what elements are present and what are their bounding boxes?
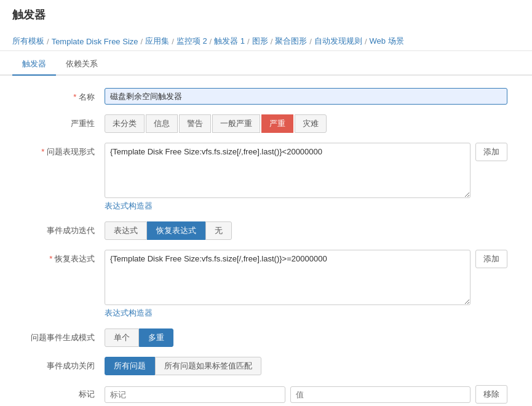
breadcrumb-graph[interactable]: 图形 [252,36,268,47]
breadcrumb-discovery[interactable]: 自动发现规则 [314,36,362,47]
breadcrumb: 所有模板 / Template Disk Free Size / 应用集 / 监… [0,32,532,51]
tag-row: 标记 移除 [25,385,507,404]
breadcrumb-trigger[interactable]: 触发器 1 [214,36,245,47]
event-success-group: 表达式 恢复表达式 无 [105,221,507,240]
add-recovery-btn[interactable]: 添加 [475,250,507,268]
tag-name-input[interactable] [105,386,285,403]
recovery-expr-wrapper: 添加 表达式构造器 [105,250,507,319]
severity-row: 严重性 未分类 信息 警告 一般严重 严重 灾难 [25,114,507,133]
event-close-group: 所有问题 所有问题如果标签值匹配 [105,357,507,375]
breadcrumb-aggregate[interactable]: 聚合图形 [275,36,307,47]
event-none-btn[interactable]: 无 [205,221,232,240]
remove-tag-btn[interactable]: 移除 [475,385,507,404]
name-row: 名称 [25,88,507,105]
severity-group: 未分类 信息 警告 一般严重 严重 灾难 [105,114,507,133]
name-field-wrapper [105,88,507,105]
tab-dependency[interactable]: 依赖关系 [56,54,108,76]
breadcrumb-all-templates[interactable]: 所有模板 [12,36,44,47]
form-container: 名称 严重性 未分类 信息 警告 一般严重 严重 灾难 问题表现形式 添加 表达… [0,76,532,406]
tag-wrapper: 移除 [105,385,507,404]
tag-label: 标记 [25,385,105,400]
page-title: 触发器 [12,7,520,22]
event-close-label: 事件成功关闭 [25,357,105,372]
recovery-expr-textarea[interactable] [105,250,470,305]
expr-builder-link[interactable]: 表达式构造器 [105,201,153,212]
problem-mode-group: 单个 多重 [105,328,507,347]
name-input[interactable] [105,88,507,105]
breadcrumb-web[interactable]: Web 场景 [370,36,404,47]
problem-mode-row: 问题事件生成模式 单个 多重 [25,328,507,347]
event-expr-btn[interactable]: 表达式 [105,221,147,240]
breadcrumb-monitor[interactable]: 监控项 2 [177,36,207,47]
problem-expr-label: 问题表现形式 [25,143,105,157]
mode-single-btn[interactable]: 单个 [105,328,139,347]
close-all-btn[interactable]: 所有问题 [105,357,155,375]
severity-disaster[interactable]: 灾难 [295,114,327,133]
problem-mode-label: 问题事件生成模式 [25,328,105,343]
tag-value-input[interactable] [290,386,471,403]
problem-expr-row: 问题表现形式 添加 表达式构造器 [25,143,507,212]
add-problem-btn[interactable]: 添加 [475,143,507,161]
event-success-label: 事件成功迭代 [25,221,105,236]
severity-average[interactable]: 一般严重 [212,114,260,133]
tab-navigation: 触发器 依赖关系 [0,54,532,76]
problem-expr-textarea[interactable] [105,143,470,198]
name-label: 名称 [25,88,105,103]
problem-expr-wrapper: 添加 表达式构造器 [105,143,507,212]
tab-trigger[interactable]: 触发器 [12,54,56,76]
event-close-row: 事件成功关闭 所有问题 所有问题如果标签值匹配 [25,357,507,375]
severity-label: 严重性 [25,114,105,129]
event-success-row: 事件成功迭代 表达式 恢复表达式 无 [25,221,507,240]
severity-high[interactable]: 严重 [261,114,293,133]
close-tag-match-btn[interactable]: 所有问题如果标签值匹配 [155,357,261,375]
expr-builder2-link[interactable]: 表达式构造器 [105,308,153,319]
severity-info[interactable]: 信息 [146,114,178,133]
recovery-expr-label: 恢复表达式 [25,250,105,265]
severity-warning[interactable]: 警告 [179,114,211,133]
severity-unclassified[interactable]: 未分类 [105,114,145,133]
breadcrumb-template[interactable]: Template Disk Free Size [52,37,138,46]
breadcrumb-app[interactable]: 应用集 [145,36,169,47]
recovery-expr-row: 恢复表达式 添加 表达式构造器 [25,250,507,319]
event-recovery-btn[interactable]: 恢复表达式 [147,221,205,240]
mode-multiple-btn[interactable]: 多重 [139,328,173,347]
